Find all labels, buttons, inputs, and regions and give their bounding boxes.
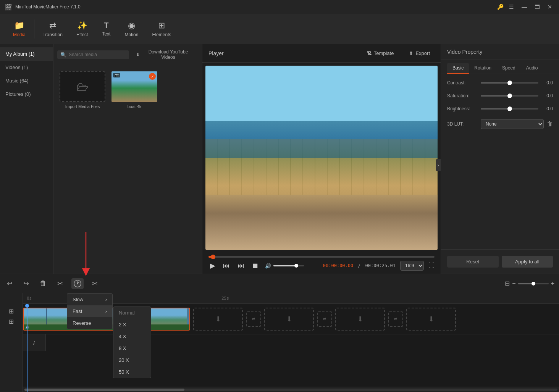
media-file-boat4k[interactable]: 📷 ✓ boat-4k xyxy=(111,71,157,109)
minimize-button[interactable]: — xyxy=(519,3,529,11)
lut-row: 3D LUT: None 🗑 xyxy=(447,119,553,129)
timeline-scrollbar[interactable] xyxy=(23,387,559,392)
speed-8x-item[interactable]: 8 X xyxy=(113,342,151,354)
download-youtube-button[interactable]: ⬇ Download YouTube Videos xyxy=(132,47,198,62)
tab-basic[interactable]: Basic xyxy=(447,63,469,74)
audio-wave-icon: 🔉 xyxy=(25,325,30,329)
crop-button[interactable]: ✂ xyxy=(90,278,100,289)
brightness-slider[interactable] xyxy=(481,108,538,110)
speed-fast-item[interactable]: Fast › Normal 2 X 4 X 8 X 20 X 50 X xyxy=(67,305,112,317)
speed-50x-item[interactable]: 50 X xyxy=(113,366,151,378)
add-track-button[interactable]: ⊞ xyxy=(9,308,14,315)
zoom-fill xyxy=(518,283,533,284)
text-icon: T xyxy=(104,21,108,30)
search-input-wrap[interactable]: 🔍 xyxy=(57,50,129,59)
toolbar-item-effect[interactable]: ✨ Effect xyxy=(69,18,95,40)
search-input[interactable] xyxy=(69,52,126,57)
lut-select[interactable]: None xyxy=(481,119,544,129)
download-slot-icon-4: ⬇ xyxy=(428,315,434,323)
sidebar-item-videos[interactable]: Videos (1) xyxy=(0,61,53,74)
elements-label: Elements xyxy=(152,32,171,37)
export-button[interactable]: ⬆ Export xyxy=(404,48,435,58)
text-label: Text xyxy=(102,31,110,37)
brightness-value: 0.0 xyxy=(541,106,553,111)
speed-normal-item[interactable]: Normal xyxy=(113,307,151,319)
close-button[interactable]: ✕ xyxy=(545,3,554,11)
left-panel: My Album (1) Videos (1) Music (64) Pictu… xyxy=(0,44,202,274)
toolbar-item-media[interactable]: 📁 Media xyxy=(6,18,32,40)
collapse-panel-button[interactable]: › xyxy=(436,159,441,171)
empty-slot-3[interactable]: ⬇ xyxy=(335,308,385,331)
sidebar-nav: My Album (1) Videos (1) Music (64) Pictu… xyxy=(0,44,53,274)
speed-fast-label: Fast xyxy=(73,308,82,314)
brightness-slider-wrap: 0.0 xyxy=(481,106,553,111)
media-icon: 📁 xyxy=(14,21,24,31)
prev-frame-button[interactable]: ⏮ xyxy=(221,261,231,271)
undo-button[interactable]: ↩ xyxy=(5,278,15,289)
speed-4x-item[interactable]: 4 X xyxy=(113,331,151,342)
lut-label: 3D LUT: xyxy=(447,121,478,127)
redo-button[interactable]: ↪ xyxy=(21,278,31,289)
aspect-ratio-select[interactable]: 16:9 9:16 4:3 1:1 xyxy=(400,261,424,271)
speed-icon xyxy=(74,280,81,287)
transition-slot-2[interactable]: ⇄ xyxy=(246,311,261,327)
speed-button[interactable] xyxy=(71,278,84,289)
play-button[interactable]: ▶ xyxy=(208,261,217,271)
zoom-in-button[interactable]: + xyxy=(551,280,554,287)
contrast-slider[interactable] xyxy=(481,82,538,84)
brightness-fill xyxy=(481,108,510,110)
stop-button[interactable]: ⏹ xyxy=(250,261,260,271)
player-buttons: ▶ ⏮ ⏭ ⏹ 🔊 00:00:00.00 / 00:00:25.01 16:9 xyxy=(208,261,435,271)
saturation-slider[interactable] xyxy=(481,95,538,97)
key-icon: 🔑 xyxy=(497,4,504,10)
zoom-out-button[interactable]: − xyxy=(512,280,515,287)
add-audio-track-button[interactable]: ⊞ xyxy=(9,318,14,325)
toolbar-item-motion[interactable]: ◉ Motion xyxy=(118,18,145,40)
tab-speed[interactable]: Speed xyxy=(497,63,521,74)
transition-slot-4[interactable]: ⇄ xyxy=(388,311,403,327)
toolbar-item-text[interactable]: T Text xyxy=(95,18,118,40)
import-media-label: Import Media Files xyxy=(65,104,100,109)
empty-slot-4[interactable]: ⬇ xyxy=(406,308,456,331)
saturation-label: Saturation: xyxy=(447,93,478,98)
speed-2x-item[interactable]: 2 X xyxy=(113,319,151,331)
delete-button[interactable]: 🗑 xyxy=(37,278,49,289)
toolbar-item-elements[interactable]: ⊞ Elements xyxy=(145,18,178,40)
sidebar-item-my-album[interactable]: My Album (1) xyxy=(0,47,53,61)
zoom-slider[interactable] xyxy=(518,283,549,284)
volume-slider[interactable] xyxy=(273,265,304,266)
empty-slot-1[interactable]: ⬇ xyxy=(193,308,243,331)
contrast-label: Contrast: xyxy=(447,80,478,85)
progress-bar[interactable] xyxy=(208,256,435,258)
speed-reverse-item[interactable]: Reverse xyxy=(67,317,112,329)
maximize-button[interactable]: 🗖 xyxy=(532,3,542,11)
toolbar-item-transition[interactable]: ⇄ Transition xyxy=(36,18,69,40)
download-slot-icon: ⬇ xyxy=(215,315,221,323)
timeline-toolbar: ↩ ↪ 🗑 ✂ ✂ xyxy=(0,274,559,293)
speed-slow-item[interactable]: Slow › xyxy=(67,294,112,305)
apply-all-button[interactable]: Apply to all xyxy=(502,256,553,268)
transition-slot-3[interactable]: ⇄ xyxy=(317,311,332,327)
empty-slot-2[interactable]: ⬇ xyxy=(264,308,314,331)
split-button[interactable]: ✂ xyxy=(55,278,65,289)
import-media-item[interactable]: 🗁 Import Media Files xyxy=(60,71,105,109)
reset-button[interactable]: Reset xyxy=(447,256,499,268)
player-title: Player xyxy=(208,50,224,56)
tab-audio[interactable]: Audio xyxy=(521,63,543,74)
sidebar-item-music[interactable]: Music (64) xyxy=(0,74,53,87)
template-button[interactable]: 🏗 Template xyxy=(362,48,399,58)
saturation-value: 0.0 xyxy=(541,93,553,98)
menu-button[interactable]: ☰ xyxy=(507,3,516,11)
toolbar-divider-1 xyxy=(34,19,34,39)
import-media-thumb[interactable]: 🗁 xyxy=(60,71,105,102)
next-frame-button[interactable]: ⏭ xyxy=(236,261,246,271)
lut-delete-button[interactable]: 🗑 xyxy=(547,121,553,127)
app-title: MiniTool MovieMaker Free 7.1.0 xyxy=(15,4,81,10)
fullscreen-button[interactable]: ⛶ xyxy=(428,262,435,269)
time-separator: / xyxy=(358,263,360,268)
speed-20x-item[interactable]: 20 X xyxy=(113,354,151,366)
contrast-thumb xyxy=(507,81,512,85)
tab-rotation[interactable]: Rotation xyxy=(469,63,497,74)
prop-content: Contrast: 0.0 Saturation: 0. xyxy=(441,74,559,249)
sidebar-item-pictures[interactable]: Pictures (0) xyxy=(0,87,53,101)
